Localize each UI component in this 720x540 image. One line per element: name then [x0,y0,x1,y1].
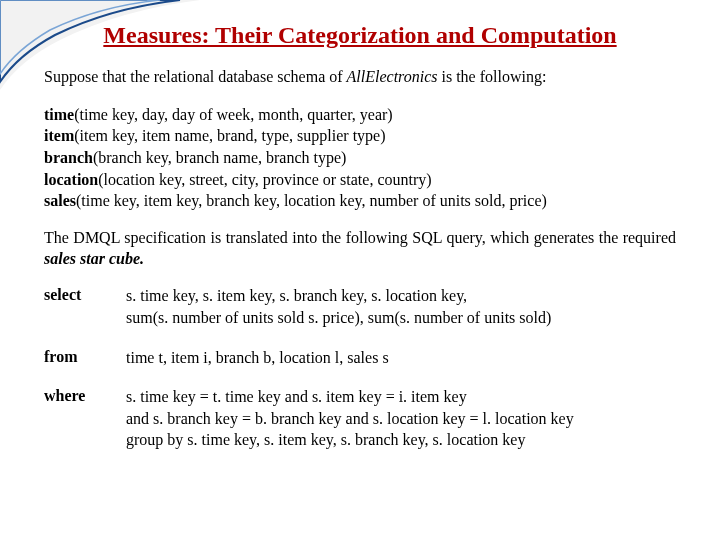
relation-cols: (location key, street, city, province or… [98,171,431,188]
schema-line-item: item(item key, item name, brand, type, s… [44,125,676,147]
sql-select-keyword: select [44,285,118,328]
sql-where-body: s. time key = t. time key and s. item ke… [126,386,676,451]
slide-title: Measures: Their Categorization and Compu… [44,22,676,49]
slide: Measures: Their Categorization and Compu… [0,0,720,540]
relation-cols: (time key, day, day of week, month, quar… [74,106,393,123]
dmql-paragraph: The DMQL specification is translated int… [44,228,676,270]
intro-text-prefix: Suppose that the relational database sch… [44,68,347,85]
sql-select-body: s. time key, s. item key, s. branch key,… [126,285,676,328]
sql-from-body: time t, item i, branch b, location l, sa… [126,347,676,369]
sql-select-line2: sum(s. number of units sold s. price), s… [126,309,551,326]
dmql-text-prefix: The DMQL specification is translated int… [44,229,676,246]
sql-where-line1: s. time key = t. time key and s. item ke… [126,388,467,405]
intro-paragraph: Suppose that the relational database sch… [44,67,676,88]
relation-name: item [44,127,74,144]
sql-where-keyword: where [44,386,118,451]
relation-name: branch [44,149,93,166]
relation-cols: (item key, item name, brand, type, suppl… [74,127,385,144]
intro-company-name: AllElectronics [347,68,438,85]
sql-select-line1: s. time key, s. item key, s. branch key,… [126,287,467,304]
dmql-cube-name: sales star cube. [44,250,144,267]
slide-body: Suppose that the relational database sch… [44,67,676,451]
schema-block: time(time key, day, day of week, month, … [44,104,676,212]
sql-where-line2: and s. branch key = b. branch key and s.… [126,410,574,427]
schema-line-sales: sales(time key, item key, branch key, lo… [44,190,676,212]
schema-line-location: location(location key, street, city, pro… [44,169,676,191]
sql-from-keyword: from [44,347,118,369]
schema-line-time: time(time key, day, day of week, month, … [44,104,676,126]
relation-cols: (branch key, branch name, branch type) [93,149,347,166]
intro-text-suffix: is the following: [438,68,547,85]
sql-block: select s. time key, s. item key, s. bran… [44,285,676,451]
sql-where-line3: group by s. time key, s. item key, s. br… [126,431,525,448]
schema-line-branch: branch(branch key, branch name, branch t… [44,147,676,169]
relation-cols: (time key, item key, branch key, locatio… [76,192,547,209]
relation-name: sales [44,192,76,209]
slide-content: Measures: Their Categorization and Compu… [0,0,720,451]
relation-name: time [44,106,74,123]
relation-name: location [44,171,98,188]
